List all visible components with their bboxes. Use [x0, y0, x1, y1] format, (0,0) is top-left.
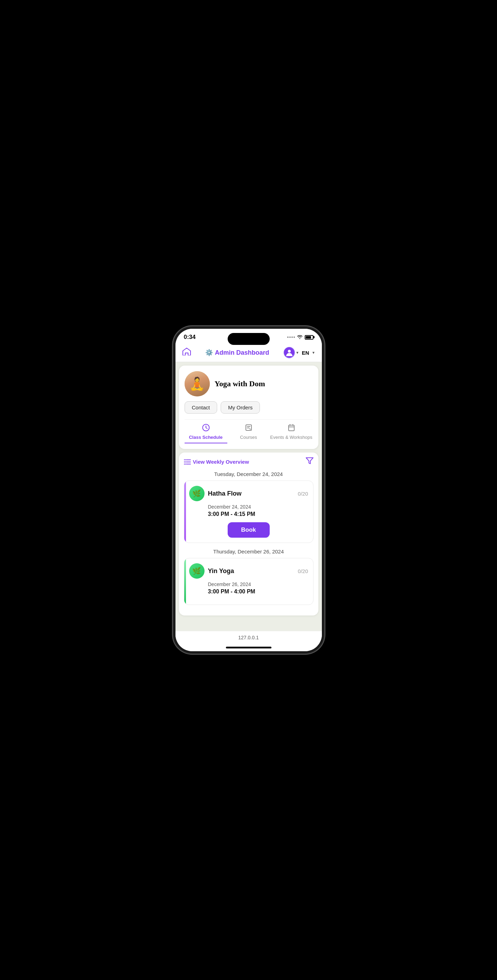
class-card-top-2: 🌿 Yin Yoga 0/20 — [189, 563, 308, 579]
signal-icon — [287, 336, 295, 338]
status-icons — [287, 334, 313, 340]
my-orders-button[interactable]: My Orders — [221, 401, 260, 414]
svg-rect-4 — [289, 425, 294, 431]
nav-lang[interactable]: EN — [302, 350, 309, 356]
class-left-2: 🌿 Yin Yoga — [189, 563, 234, 579]
profile-avatar-img — [184, 371, 210, 396]
tab-class-schedule[interactable]: Class Schedule — [184, 424, 227, 443]
nav-title: Admin Dashboard — [215, 349, 269, 356]
class-time-2: 3:00 PM - 4:00 PM — [189, 589, 308, 595]
date-label-2: Thursday, December 26, 2024 — [184, 549, 313, 555]
home-icon[interactable] — [183, 348, 191, 358]
svg-point-1 — [288, 350, 291, 353]
home-indicator — [175, 644, 322, 651]
nav-bar: ⚙️ Admin Dashboard ▾ EN ▾ — [175, 344, 322, 362]
book-button-1[interactable]: Book — [228, 522, 270, 538]
schedule-section: View Weekly Overview Tuesday, December 2… — [179, 452, 318, 616]
class-name-1: Hatha Flow — [208, 490, 242, 497]
class-date-1: December 24, 2024 — [189, 504, 308, 510]
filter-icon[interactable] — [306, 457, 313, 466]
tab-class-schedule-label: Class Schedule — [189, 434, 222, 440]
tab-events-label: Events & Workshops — [270, 434, 312, 440]
class-card-top: 🌿 Hatha Flow 0/20 — [189, 486, 308, 501]
url-text: 127.0.0.1 — [238, 635, 259, 640]
nav-title-area: ⚙️ Admin Dashboard — [205, 349, 269, 356]
profile-card: Yoga with Dom Contact My Orders — [179, 366, 318, 449]
phone-screen: 0:34 — [175, 329, 322, 651]
contact-button[interactable]: Contact — [184, 401, 218, 414]
schedule-header: View Weekly Overview — [184, 457, 313, 466]
profile-avatar — [184, 371, 210, 396]
clock-icon — [202, 424, 210, 433]
tab-events[interactable]: Events & Workshops — [270, 424, 313, 443]
class-slots-1: 0/20 — [298, 491, 308, 497]
date-label-1: Tuesday, December 24, 2024 — [184, 471, 313, 477]
screen-content: Yoga with Dom Contact My Orders — [175, 362, 322, 631]
home-indicator-bar — [226, 647, 272, 648]
nav-avatar — [284, 347, 295, 358]
tabs: Class Schedule Courses — [184, 419, 313, 443]
class-card-hatha: 🌿 Hatha Flow 0/20 December 24, 2024 3:00… — [184, 480, 313, 543]
profile-name: Yoga with Dom — [215, 379, 265, 388]
class-left: 🌿 Hatha Flow — [189, 486, 242, 501]
instructor-avatar-1: 🌿 — [189, 486, 205, 501]
tab-courses[interactable]: Courses — [227, 424, 270, 443]
phone-frame: 0:34 — [173, 327, 324, 653]
view-weekly-button[interactable]: View Weekly Overview — [184, 459, 249, 465]
battery-icon — [305, 335, 313, 340]
courses-icon — [245, 424, 252, 433]
settings-icon: ⚙️ — [205, 349, 213, 356]
class-slots-2: 0/20 — [298, 568, 308, 574]
url-bar: 127.0.0.1 — [175, 631, 322, 644]
status-bar: 0:34 — [175, 329, 322, 344]
dynamic-island — [228, 333, 270, 345]
wifi-icon — [297, 334, 303, 340]
class-date-2: December 26, 2024 — [189, 581, 308, 587]
class-time-1: 3:00 PM - 4:15 PM — [189, 511, 308, 517]
nav-avatar-wrap[interactable]: ▾ — [284, 347, 299, 358]
status-time: 0:34 — [184, 334, 196, 341]
profile-buttons: Contact My Orders — [184, 401, 313, 414]
class-name-2: Yin Yoga — [208, 568, 234, 575]
tab-courses-label: Courses — [240, 434, 257, 440]
class-card-yin: 🌿 Yin Yoga 0/20 December 26, 2024 3:00 P… — [184, 558, 313, 605]
profile-top: Yoga with Dom — [184, 371, 313, 396]
nav-right: ▾ EN ▾ — [284, 347, 315, 358]
avatar-chevron-icon: ▾ — [296, 350, 299, 355]
lang-chevron-icon: ▾ — [313, 350, 314, 355]
view-weekly-label: View Weekly Overview — [193, 459, 249, 465]
instructor-avatar-2: 🌿 — [189, 563, 205, 579]
events-icon — [287, 424, 295, 433]
